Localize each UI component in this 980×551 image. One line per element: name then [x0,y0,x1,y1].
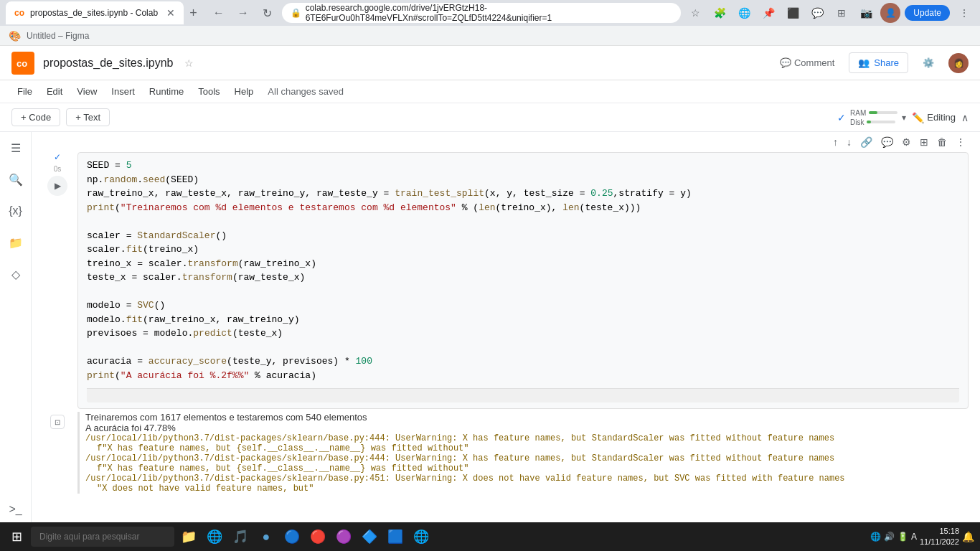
code-cell: ✓ 0s ▶ SEED = 5 np.random.seed(SEED) raw… [32,149,980,412]
extension-btn2[interactable]: 🌐 [734,3,754,23]
settings-button[interactable]: ⚙️ [917,53,940,72]
menu-view[interactable]: View [71,83,103,100]
start-button[interactable]: ⊞ [6,526,28,547]
output-line-2: A acurácia foi 47.78% [85,423,969,433]
taskbar-chrome-icon[interactable]: 🌐 [203,525,226,548]
menu-help[interactable]: Help [229,83,260,100]
taskbar-app-icon5[interactable]: 🔷 [358,525,381,548]
colab-header: co propostas_de_sites.ipynb ☆ 💬 Comment … [0,46,980,80]
output-warning-2: f"X has feature names, but {self.__class… [97,443,969,453]
screenshot-btn[interactable]: 📷 [856,3,876,23]
cell-action-buttons: ↑ ↓ 🔗 💬 ⚙ ⊞ 🗑 ⋮ [830,135,969,149]
cell-more-btn[interactable]: ⋮ [953,135,969,149]
new-tab-button[interactable]: + [184,3,203,24]
taskbar-app-icon3[interactable]: 🔴 [306,525,329,548]
main-area: ☰ 🔍 {x} 📁 ◇ >_ ↑ ↓ 🔗 💬 ⚙ ⊞ 🗑 ⋮ ✓ [0,132,980,525]
cell-code-editor[interactable]: SEED = 5 np.random.seed(SEED) raw_treino… [78,153,968,408]
extension-btn6[interactable]: ⊞ [831,3,852,23]
sidebar-search-icon[interactable]: 🔍 [6,169,26,189]
svg-text:co: co [17,58,27,69]
network-icon[interactable]: 🌐 [870,532,881,542]
cell-delete-btn[interactable]: 🗑 [934,135,950,149]
taskbar-app-icon4[interactable]: 🟣 [332,525,355,548]
sidebar-variables-icon[interactable]: {x} [6,201,26,221]
taskbar-clock[interactable]: 15:18 11/11/2022 [920,526,959,548]
cell-move-down-btn[interactable]: ↓ [844,135,854,149]
extension-btn1[interactable]: 🧩 [710,3,730,23]
add-text-button[interactable]: + Text [66,108,110,126]
battery-icon[interactable]: 🔋 [897,532,908,542]
volume-icon[interactable]: 🔊 [884,532,895,542]
cell-link-btn[interactable]: 🔗 [857,135,875,149]
comment-button[interactable]: 💬 Comment [774,53,840,72]
cell-expand-btn[interactable]: ⊞ [917,135,931,149]
output-warning-4: f"X has feature names, but {self.__class… [97,463,969,474]
tab-bar: co propostas_de_sites.ipynb - Colab ✕ + [6,0,203,26]
back-button[interactable]: ← [209,3,229,23]
output-warning-1: /usr/local/lib/python3.7/dist-packages/s… [85,433,969,443]
menu-file[interactable]: File [11,83,38,100]
taskbar-app-icon2[interactable]: ● [255,525,278,548]
menu-edit[interactable]: Edit [41,83,68,100]
output-gutter: ⊡ [43,412,72,429]
cell-code-content[interactable]: SEED = 5 np.random.seed(SEED) raw_treino… [77,152,969,409]
figma-logo-icon: 🎨 [9,30,21,42]
sidebar-files-icon[interactable]: 📁 [6,232,26,253]
figma-title: Untitled – Figma [27,31,89,41]
url-text: colab.research.google.com/drive/1jvERGtz… [306,3,673,23]
extension-btn4[interactable]: ⬛ [783,3,803,23]
content-area: ↑ ↓ 🔗 💬 ⚙ ⊞ 🗑 ⋮ ✓ 0s ▶ SEED = 5 [32,132,980,525]
cell-move-up-btn[interactable]: ↑ [830,135,841,149]
ram-dropdown-icon[interactable]: ▾ [902,113,906,123]
menu-insert[interactable]: Insert [105,83,141,100]
star-icon[interactable]: ☆ [184,57,194,69]
taskbar-app-icon7[interactable]: 🌐 [410,525,433,548]
tab-close-btn[interactable]: ✕ [166,7,175,19]
cell-gutter: ✓ 0s ▶ [43,152,72,196]
cell-action-toolbar: ↑ ↓ 🔗 💬 ⚙ ⊞ 🗑 ⋮ [32,132,980,149]
taskbar-files-icon[interactable]: 📁 [177,525,200,548]
menu-button[interactable]: ⋮ [954,3,974,23]
taskbar-app-icon1[interactable]: 🎵 [229,525,252,548]
ram-label: RAM [850,109,866,117]
extension-btn3[interactable]: 📌 [758,3,778,23]
address-bar[interactable]: 🔒 colab.research.google.com/drive/1jvERG… [282,3,682,23]
bookmark-btn[interactable]: ☆ [685,3,705,23]
profile-avatar[interactable]: 👤 [880,3,900,23]
notification-button[interactable]: 🔔 [962,531,974,542]
output-expand-btn[interactable]: ⊡ [50,415,65,429]
cell-settings-btn[interactable]: ⚙ [899,135,914,149]
share-button[interactable]: 👥 Share [849,52,908,73]
taskbar-system-icons: 🌐 🔊 🔋 A [870,532,917,542]
collapse-toolbar-btn[interactable]: ∧ [961,112,969,123]
notebook-title[interactable]: propostas_de_sites.ipynb [43,57,173,70]
user-avatar[interactable]: 👩 [948,53,969,73]
comment-icon: 💬 [780,57,791,68]
forward-button[interactable]: → [233,3,253,23]
reload-button[interactable]: ↻ [258,3,278,23]
menu-tools[interactable]: Tools [192,83,225,100]
sidebar-menu-icon[interactable]: ☰ [6,138,26,158]
cell-comment-btn[interactable]: 💬 [878,135,896,149]
menu-runtime[interactable]: Runtime [143,83,189,100]
sidebar-terminal-icon[interactable]: >_ [6,499,26,519]
colab-logo-icon: co [11,52,34,75]
taskbar-vscode-icon[interactable]: 🔵 [281,525,303,548]
tab-title: propostas_de_sites.ipynb - Colab [30,8,158,18]
update-button[interactable]: Update [905,5,950,21]
colab-logo: co [11,52,34,75]
lock-icon: 🔒 [291,8,301,18]
taskbar-app-icon6[interactable]: 🟦 [384,525,407,548]
sidebar-code-snippets-icon[interactable]: ◇ [6,264,26,284]
run-cell-button[interactable]: ▶ [47,176,67,196]
browser-controls: ← → ↻ 🔒 colab.research.google.com/drive/… [209,1,974,24]
taskbar-search-input[interactable] [31,527,174,547]
add-code-button[interactable]: + Code [11,108,60,126]
pencil-icon: ✏️ [912,112,924,123]
extension-btn5[interactable]: 💬 [807,3,827,23]
active-tab[interactable]: co propostas_de_sites.ipynb - Colab ✕ [6,1,184,24]
output-line-1: Treinaremos com 1617 elementos e testare… [85,412,969,423]
ime-icon: A [911,532,917,542]
browser-chrome: co propostas_de_sites.ipynb - Colab ✕ + … [0,0,980,26]
tab-favicon: co [14,8,24,18]
